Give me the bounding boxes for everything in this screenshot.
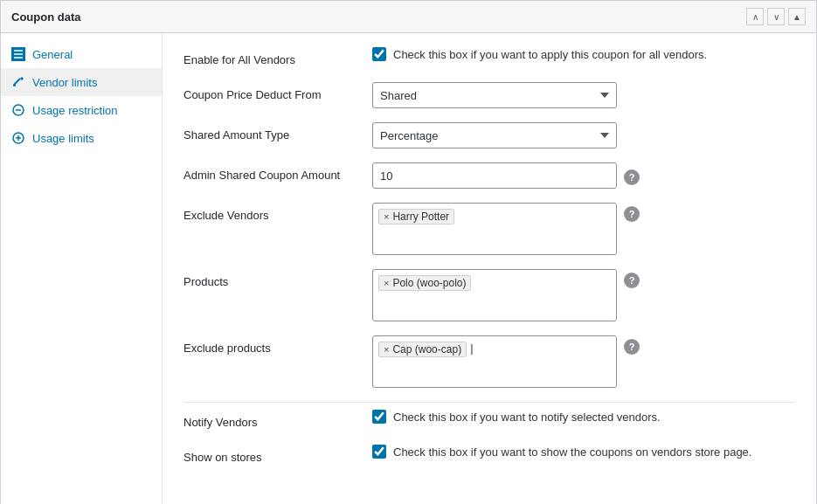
plus-icon: [11, 131, 25, 145]
enable-all-vendors-checkbox-row: Check this box if you want to apply this…: [372, 47, 707, 61]
exclude-vendors-help-icon[interactable]: ?: [624, 206, 640, 222]
exclude-vendors-row: Exclude Vendors × Harry Potter ?: [183, 203, 795, 255]
window-title: Coupon data: [11, 10, 80, 24]
form-divider: [183, 402, 795, 403]
shared-amount-type-select[interactable]: Percentage Fixed: [372, 122, 617, 148]
exclude-products-tag-input[interactable]: × Cap (woo-cap) |: [372, 335, 617, 388]
notify-vendors-label: Notify Vendors: [183, 410, 358, 431]
sidebar-item-usage-limits[interactable]: Usage limits: [1, 124, 162, 152]
svg-point-5: [13, 84, 16, 86]
products-help-icon[interactable]: ?: [624, 273, 640, 288]
notify-vendors-description: Check this box if you want to notify sel…: [393, 411, 661, 424]
coupon-price-deduct-row: Coupon Price Deduct From Shared Vendor A…: [183, 82, 795, 108]
harry-potter-tag-label: Harry Potter: [392, 211, 449, 223]
harry-potter-tag-remove[interactable]: ×: [384, 211, 389, 222]
circle-minus-icon: [11, 103, 25, 117]
scroll-up-button[interactable]: ∧: [746, 8, 764, 25]
general-icon: [11, 47, 25, 61]
enable-all-vendors-label: Enable for All Vendors: [183, 47, 358, 68]
show-on-stores-row: Show on stores Check this box if you wan…: [183, 445, 795, 466]
wrench-icon: [11, 75, 25, 89]
enable-all-vendors-row: Enable for All Vendors Check this box if…: [183, 47, 795, 68]
notify-vendors-checkbox[interactable]: [372, 410, 386, 424]
show-on-stores-description: Check this box if you want to show the c…: [393, 445, 751, 459]
sidebar-label-usage-restriction: Usage restriction: [32, 104, 118, 117]
coupon-price-deduct-label: Coupon Price Deduct From: [183, 82, 358, 103]
cap-tag[interactable]: × Cap (woo-cap): [378, 342, 467, 357]
exclude-products-field: × Cap (woo-cap) | ?: [372, 335, 795, 388]
exclude-products-cursor: |: [470, 342, 474, 359]
coupon-price-deduct-select[interactable]: Shared Vendor Admin: [372, 82, 617, 108]
notify-vendors-field: Check this box if you want to notify sel…: [372, 410, 795, 424]
admin-shared-amount-help-icon[interactable]: ?: [624, 169, 640, 185]
admin-shared-amount-field: ?: [372, 162, 795, 189]
exclude-vendors-label: Exclude Vendors: [183, 203, 358, 224]
sidebar-item-usage-restriction[interactable]: Usage restriction: [1, 96, 162, 124]
exclude-vendors-field: × Harry Potter ?: [372, 203, 795, 255]
coupon-price-deduct-field: Shared Vendor Admin: [372, 82, 795, 108]
svg-line-4: [14, 79, 20, 85]
products-tag-input[interactable]: × Polo (woo-polo): [372, 269, 617, 321]
polo-tag-remove[interactable]: ×: [384, 278, 389, 288]
cap-tag-remove[interactable]: ×: [384, 344, 389, 355]
products-label: Products: [183, 269, 358, 290]
enable-all-vendors-description: Check this box if you want to apply this…: [393, 48, 707, 61]
admin-shared-amount-label: Admin Shared Coupon Amount: [183, 162, 358, 183]
window-controls: ∧ ∨ ▲: [746, 8, 806, 25]
coupon-data-window: Coupon data ∧ ∨ ▲ General: [0, 0, 817, 504]
harry-potter-tag[interactable]: × Harry Potter: [378, 209, 454, 224]
expand-button[interactable]: ▲: [788, 8, 806, 25]
show-on-stores-checkbox-row: Check this box if you want to show the c…: [372, 445, 751, 459]
enable-all-vendors-field: Check this box if you want to apply this…: [372, 47, 795, 61]
sidebar-label-general: General: [32, 48, 73, 61]
admin-shared-amount-row: Admin Shared Coupon Amount ?: [183, 162, 795, 189]
exclude-products-help-icon[interactable]: ?: [624, 339, 640, 355]
sidebar-label-vendor-limits: Vendor limits: [32, 76, 97, 89]
shared-amount-type-row: Shared Amount Type Percentage Fixed: [183, 122, 795, 148]
exclude-products-row: Exclude products × Cap (woo-cap) | ?: [183, 335, 795, 388]
sidebar-label-usage-limits: Usage limits: [32, 132, 94, 145]
notify-vendors-row: Notify Vendors Check this box if you wan…: [183, 410, 795, 431]
show-on-stores-checkbox[interactable]: [372, 445, 386, 459]
polo-tag-label: Polo (woo-polo): [392, 277, 466, 289]
products-row: Products × Polo (woo-polo) ?: [183, 269, 795, 321]
shared-amount-type-field: Percentage Fixed: [372, 122, 795, 148]
exclude-products-label: Exclude products: [183, 335, 358, 356]
main-layout: General Vendor limits: [1, 33, 816, 504]
products-field: × Polo (woo-polo) ?: [372, 269, 795, 321]
sidebar-item-vendor-limits[interactable]: Vendor limits: [1, 68, 162, 96]
cap-tag-label: Cap (woo-cap): [392, 343, 461, 356]
sidebar: General Vendor limits: [1, 33, 163, 504]
polo-tag[interactable]: × Polo (woo-polo): [378, 275, 471, 291]
scroll-down-button[interactable]: ∨: [767, 8, 785, 25]
main-content: Enable for All Vendors Check this box if…: [163, 33, 816, 504]
exclude-vendors-tag-input[interactable]: × Harry Potter: [372, 203, 617, 255]
notify-vendors-checkbox-row: Check this box if you want to notify sel…: [372, 410, 661, 424]
show-on-stores-label: Show on stores: [183, 445, 358, 466]
shared-amount-type-label: Shared Amount Type: [183, 122, 358, 143]
sidebar-item-general[interactable]: General: [1, 40, 162, 68]
admin-shared-amount-input[interactable]: [372, 162, 617, 189]
title-bar: Coupon data ∧ ∨ ▲: [1, 1, 816, 33]
show-on-stores-field: Check this box if you want to show the c…: [372, 445, 795, 459]
enable-all-vendors-checkbox[interactable]: [372, 47, 386, 61]
